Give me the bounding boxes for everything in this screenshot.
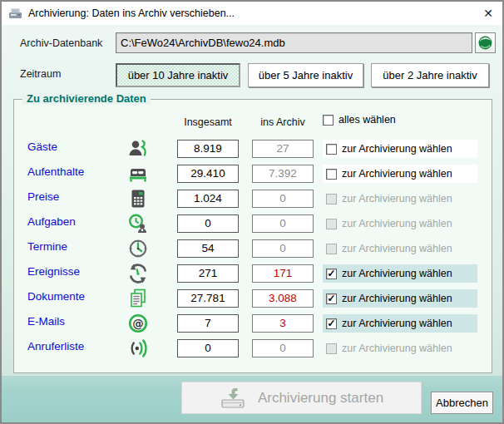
stays-icon bbox=[127, 163, 149, 185]
table-row: Aufgaben 0 0 zur Archivierung wählen bbox=[14, 211, 492, 236]
row-archive-option[interactable]: zur Archivierung wählen bbox=[323, 214, 477, 233]
row-checkbox-label: zur Archivierung wählen bbox=[342, 218, 452, 229]
row-label: Termine bbox=[27, 240, 67, 253]
row-archive-option[interactable]: zur Archivierung wählen bbox=[323, 140, 477, 158]
total-field: 27.781 bbox=[177, 289, 239, 308]
start-archiving-label: Archivierung starten bbox=[258, 390, 383, 407]
row-checkbox[interactable] bbox=[326, 244, 337, 254]
row-checkbox[interactable] bbox=[326, 318, 337, 329]
select-all-label: alles wählen bbox=[338, 114, 396, 126]
row-label: Aufgaben bbox=[27, 215, 76, 228]
close-icon[interactable]: ✕ bbox=[474, 2, 502, 25]
documents-icon bbox=[127, 288, 149, 309]
column-header-archive: ins Archiv bbox=[252, 116, 314, 128]
title-bar: Archivierung: Daten ins Archiv verschieb… bbox=[2, 2, 502, 25]
archive-field: 3 bbox=[252, 314, 314, 333]
row-checkbox[interactable] bbox=[326, 144, 337, 155]
archive-data-groupbox: Zu archivierende Daten Insgesamt ins Arc… bbox=[13, 99, 492, 373]
row-checkbox[interactable] bbox=[326, 169, 337, 180]
table-row: Ereignisse 271 171 zur Archivierung wähl… bbox=[14, 261, 492, 286]
row-checkbox-label: zur Archivierung wählen bbox=[342, 318, 452, 329]
archive-field: 0 bbox=[252, 239, 314, 258]
table-row: E-Mails @ 7 3 zur Archivierung wählen bbox=[14, 311, 492, 336]
row-checkbox-label: zur Archivierung wählen bbox=[342, 293, 452, 304]
row-label: Gäste bbox=[27, 141, 57, 153]
total-field: 271 bbox=[177, 264, 239, 283]
row-checkbox-label: zur Archivierung wählen bbox=[342, 193, 452, 205]
start-archiving-button[interactable]: Archivierung starten bbox=[181, 382, 422, 414]
row-archive-option[interactable]: zur Archivierung wählen bbox=[323, 264, 477, 283]
table-row: Dokumente 27.781 3.088 zur Archivierung … bbox=[14, 286, 492, 311]
guests-icon bbox=[127, 138, 149, 160]
table-row: Termine 54 0 zur Archivierung wählen bbox=[14, 236, 492, 261]
total-field: 29.410 bbox=[177, 165, 239, 183]
appointments-icon bbox=[127, 238, 149, 259]
select-all-option[interactable]: alles wählen bbox=[323, 114, 396, 126]
total-field: 8.919 bbox=[177, 140, 239, 158]
select-all-checkbox[interactable] bbox=[323, 115, 334, 126]
archive-db-label: Archiv-Datenbank bbox=[20, 37, 102, 49]
dialog-content: Archiv-Datenbank C:\FeWo24\ArchivDB\fewo… bbox=[2, 25, 502, 422]
window-title: Archivierung: Daten ins Archiv verschieb… bbox=[28, 7, 235, 19]
column-header-total: Insgesamt bbox=[177, 116, 239, 128]
total-field: 7 bbox=[177, 314, 239, 333]
row-label: Aufenthalte bbox=[27, 165, 84, 178]
table-row: Preise 1.024 0 zur Archivierung wählen bbox=[14, 186, 492, 211]
emails-icon: @ bbox=[127, 313, 149, 334]
total-field: 54 bbox=[177, 239, 239, 258]
row-archive-option[interactable]: zur Archivierung wählen bbox=[323, 190, 477, 208]
row-label: Anruferliste bbox=[27, 340, 84, 353]
row-label: Ereignisse bbox=[27, 265, 80, 278]
groupbox-legend: Zu archivierende Daten bbox=[22, 92, 151, 105]
row-label: Dokumente bbox=[27, 290, 85, 303]
total-field: 0 bbox=[177, 214, 239, 233]
svg-text:@: @ bbox=[132, 317, 144, 330]
row-archive-option[interactable]: zur Archivierung wählen bbox=[323, 165, 477, 183]
archive-field: 0 bbox=[252, 214, 314, 233]
row-checkbox-label: zur Archivierung wählen bbox=[342, 268, 452, 279]
archive-drive-icon bbox=[220, 387, 246, 410]
archive-dialog: Archivierung: Daten ins Archiv verschieb… bbox=[0, 0, 504, 424]
row-label: Preise bbox=[27, 190, 59, 203]
row-checkbox-label: zur Archivierung wählen bbox=[342, 343, 452, 354]
app-icon bbox=[8, 7, 22, 21]
archive-field: 171 bbox=[252, 264, 314, 283]
archive-field: 27 bbox=[252, 140, 314, 158]
zeitraum-10-years-button[interactable]: über 10 Jahre inaktiv bbox=[116, 63, 240, 87]
callers-icon bbox=[127, 338, 149, 359]
prices-icon bbox=[127, 188, 149, 210]
table-row: Aufenthalte 29.410 7.392 zur Archivierun… bbox=[14, 161, 492, 186]
table-row: Anruferliste 0 0 zur Archivierung wählen bbox=[14, 336, 492, 361]
row-archive-option[interactable]: zur Archivierung wählen bbox=[323, 289, 477, 308]
total-field: 0 bbox=[177, 339, 239, 357]
row-archive-option[interactable]: zur Archivierung wählen bbox=[323, 314, 477, 333]
row-checkbox[interactable] bbox=[326, 343, 337, 354]
row-checkbox-label: zur Archivierung wählen bbox=[342, 243, 452, 254]
row-checkbox[interactable] bbox=[326, 194, 337, 205]
tasks-icon bbox=[127, 213, 149, 234]
green-globe-icon bbox=[477, 35, 493, 51]
archive-field: 7.392 bbox=[252, 165, 314, 183]
cancel-button[interactable]: Abbrechen bbox=[431, 392, 493, 414]
archive-db-browse-button[interactable] bbox=[475, 32, 496, 53]
row-checkbox[interactable] bbox=[326, 219, 337, 229]
zeitraum-label: Zeitraum bbox=[20, 68, 61, 80]
row-checkbox-label: zur Archivierung wählen bbox=[342, 168, 452, 180]
row-archive-option[interactable]: zur Archivierung wählen bbox=[323, 239, 477, 258]
row-checkbox[interactable] bbox=[326, 293, 337, 304]
table-row: Gäste 8.919 27 zur Archivierung wählen bbox=[14, 136, 492, 161]
zeitraum-2-years-button[interactable]: über 2 Jahre inaktiv bbox=[371, 63, 489, 87]
events-icon bbox=[127, 263, 149, 284]
archive-field: 0 bbox=[252, 339, 314, 357]
archive-db-path-field: C:\FeWo24\ArchivDB\fewo24.mdb bbox=[116, 32, 472, 53]
archive-field: 3.088 bbox=[252, 289, 314, 308]
row-checkbox-label: zur Archivierung wählen bbox=[342, 143, 452, 155]
row-archive-option[interactable]: zur Archivierung wählen bbox=[323, 339, 477, 357]
total-field: 1.024 bbox=[177, 190, 239, 208]
row-checkbox[interactable] bbox=[326, 269, 337, 279]
archive-field: 0 bbox=[252, 190, 314, 208]
zeitraum-5-years-button[interactable]: über 5 Jahre inaktiv bbox=[248, 63, 363, 87]
row-label: E-Mails bbox=[27, 315, 65, 328]
